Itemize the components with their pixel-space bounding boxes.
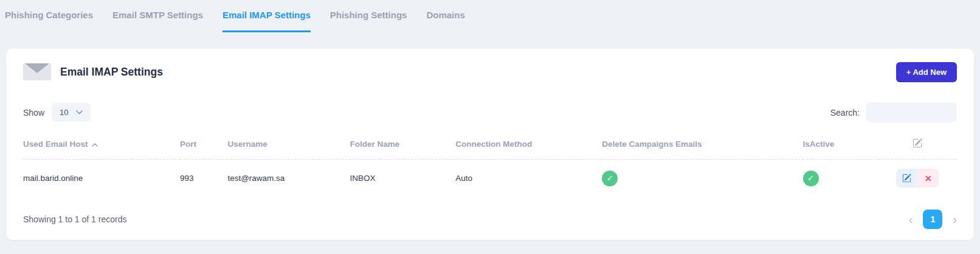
edit-button[interactable] — [896, 169, 917, 188]
delete-button[interactable]: ✕ — [917, 169, 939, 188]
close-icon: ✕ — [925, 174, 932, 183]
add-new-button[interactable]: + Add New — [896, 62, 957, 82]
tab-phishing-categories[interactable]: Phishing Categories — [5, 9, 93, 32]
panel-header: Email IMAP Settings + Add New — [23, 61, 957, 83]
column-header-connection-method[interactable]: Connection Method — [455, 131, 602, 160]
cell-port: 993 — [180, 160, 227, 197]
column-header-port[interactable]: Port — [180, 131, 227, 160]
column-header-used-email-host[interactable]: Used Email Host — [23, 131, 180, 160]
cell-delete-campaigns-emails: ✓ — [602, 160, 802, 197]
cell-username: test@rawam.sa — [227, 160, 350, 197]
table-controls: Show 10 Search: — [23, 102, 957, 122]
email-imap-settings-panel: Email IMAP Settings + Add New Show 10 Se… — [6, 49, 974, 240]
tab-domains[interactable]: Domains — [426, 9, 464, 32]
envelope-icon — [23, 63, 51, 80]
cell-isactive: ✓ — [803, 160, 878, 197]
edit-pencil-icon — [902, 174, 911, 183]
tab-email-imap-settings[interactable]: Email IMAP Settings — [223, 9, 311, 32]
page-title: Email IMAP Settings — [60, 66, 163, 79]
sort-asc-icon — [92, 143, 98, 147]
column-header-delete-campaigns-emails[interactable]: Delete Campaigns Emails — [602, 131, 802, 160]
chevron-right-icon[interactable]: › — [953, 213, 957, 225]
show-label: Show — [23, 108, 44, 118]
settings-tab-bar: Phishing Categories Email SMTP Settings … — [0, 0, 980, 32]
search-label: Search: — [830, 108, 860, 118]
page-size-select[interactable]: 10 — [52, 103, 90, 122]
check-circle-icon: ✓ — [602, 171, 618, 186]
records-summary: Showing 1 to 1 of 1 records — [23, 214, 126, 224]
column-header-actions — [878, 131, 957, 160]
chevron-left-icon[interactable]: ‹ — [909, 213, 913, 225]
cell-used-email-host: mail.barid.online — [23, 160, 180, 197]
column-header-folder-name[interactable]: Folder Name — [350, 131, 456, 160]
chevron-down-icon — [76, 110, 83, 115]
cell-actions: ✕ — [878, 160, 957, 197]
search-input[interactable] — [866, 102, 957, 122]
column-header-username[interactable]: Username — [227, 131, 350, 160]
table-row: mail.barid.online 993 test@rawam.sa INBO… — [23, 160, 957, 197]
tab-phishing-settings[interactable]: Phishing Settings — [330, 9, 407, 32]
page-size-value: 10 — [60, 108, 68, 117]
tab-email-smtp-settings[interactable]: Email SMTP Settings — [112, 9, 203, 32]
cell-folder-name: INBOX — [350, 160, 456, 197]
table-footer: Showing 1 to 1 of 1 records ‹ 1 › — [23, 210, 957, 229]
search-area: Search: — [830, 102, 957, 122]
check-circle-icon: ✓ — [803, 171, 819, 186]
page-button-1[interactable]: 1 — [923, 210, 942, 229]
cell-connection-method: Auto — [455, 160, 602, 197]
pencil-square-icon — [913, 138, 922, 148]
column-header-isactive[interactable]: IsActive — [803, 131, 878, 160]
table-header-row: Used Email Host Port Username Folder Nam… — [23, 131, 957, 160]
column-label: Used Email Host — [23, 139, 88, 149]
imap-settings-table: Used Email Host Port Username Folder Nam… — [23, 131, 957, 197]
pagination: ‹ 1 › — [909, 210, 957, 229]
